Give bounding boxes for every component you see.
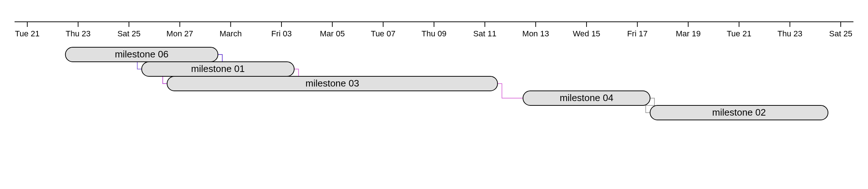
axis-tick-label: Sat 11 [473, 29, 497, 38]
task-bar[interactable]: milestone 06 [66, 47, 218, 62]
task-bar[interactable]: milestone 04 [523, 91, 650, 105]
dependency-line [498, 84, 523, 98]
axis-tick-label: Tue 21 [15, 29, 40, 38]
axis-tick-label: March [220, 29, 242, 38]
axis-tick-label: Fri 17 [627, 29, 647, 38]
task-bar[interactable]: milestone 03 [167, 76, 498, 91]
axis-tick-label: Thu 09 [422, 29, 447, 38]
axis-tick-label: Wed 15 [573, 29, 600, 38]
task-bar[interactable]: milestone 01 [142, 62, 294, 76]
axis-tick-label: Tue 07 [371, 29, 396, 38]
task-bars: milestone 06milestone 01milestone 03mile… [66, 47, 828, 120]
task-label: milestone 03 [305, 78, 359, 89]
axis-tick-label: Fri 03 [271, 29, 292, 38]
axis-tick-label: Mar 05 [320, 29, 344, 38]
axis-tick-label: Sat 25 [117, 29, 141, 38]
axis-tick-label: Thu 23 [777, 29, 802, 38]
task-bar[interactable]: milestone 02 [650, 105, 828, 120]
axis-tick-label: Mon 13 [522, 29, 549, 38]
task-label: milestone 01 [191, 63, 245, 74]
gantt-chart: Tue 21Thu 23Sat 25Mon 27MarchFri 03Mar 0… [0, 0, 868, 189]
task-label: milestone 06 [115, 49, 168, 60]
axis-tick-label: Sat 25 [829, 29, 852, 38]
time-axis: Tue 21Thu 23Sat 25Mon 27MarchFri 03Mar 0… [15, 22, 853, 38]
task-label: milestone 04 [560, 92, 613, 103]
axis-tick-label: Tue 21 [727, 29, 751, 38]
axis-tick-label: Mar 19 [676, 29, 701, 38]
axis-tick-label: Thu 23 [66, 29, 91, 38]
task-label: milestone 02 [712, 107, 766, 118]
axis-tick-label: Mon 27 [166, 29, 193, 38]
